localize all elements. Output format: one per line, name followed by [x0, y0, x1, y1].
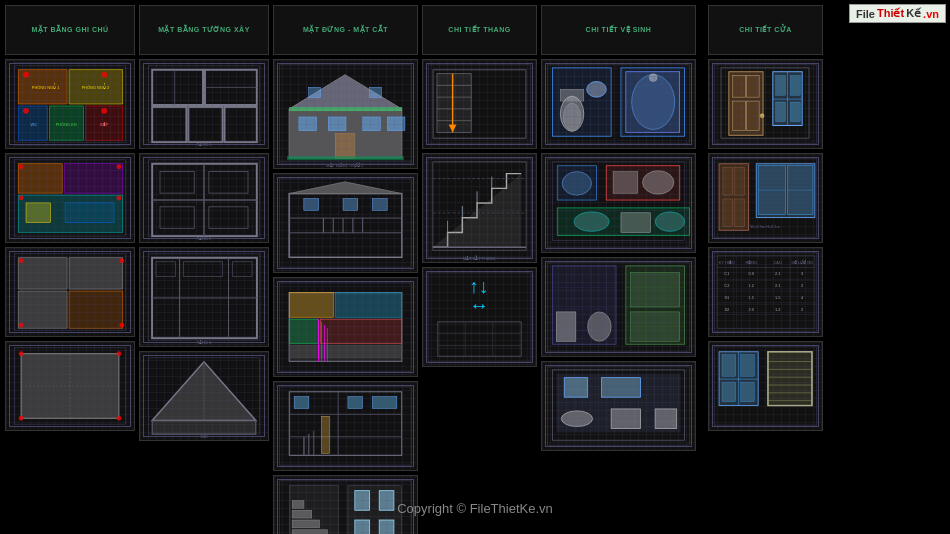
- panel-3-1: MẶT ĐỨNG TRƯỚC: [273, 59, 418, 169]
- panel-1-2: [5, 153, 135, 243]
- panel-6-1: [708, 59, 823, 149]
- column-3: MẶT ĐỨNG - MẶT CẮT: [273, 5, 418, 504]
- logo-text: File: [856, 8, 875, 20]
- panel-1-1: PHÒNG NGỦ 1 PHÒNG NGỦ 2 WC PHÒNG KH BẾP: [5, 59, 135, 149]
- panel-3-3: [273, 277, 418, 377]
- column-5: CHI TIẾT VỆ SINH: [541, 5, 696, 504]
- panel-6-2: W=0.9m H=2.1m: [708, 153, 823, 243]
- title-panel-3: MẶT ĐỨNG - MẶT CẮT: [273, 5, 418, 55]
- panel-5-1: [541, 59, 696, 149]
- col4-title: CHI TIẾT THANG: [446, 24, 512, 36]
- panel-1-4: [5, 341, 135, 431]
- col6-title: CHI TIẾT CỬA: [737, 24, 794, 36]
- panel-2-3: TẦNG 3: [139, 247, 269, 347]
- panel-3-2: [273, 173, 418, 273]
- panel-4-3: ↑↓ ↔: [422, 267, 537, 367]
- panel-2-1: TẦNG 1: [139, 59, 269, 149]
- panel-1-3: [5, 247, 135, 337]
- logo: File Thiết Kế .vn: [849, 4, 946, 23]
- panel-2-4: MÁI: [139, 351, 269, 441]
- logo-vn: .vn: [923, 8, 939, 20]
- title-panel-5: CHI TIẾT VỆ SINH: [541, 5, 696, 55]
- panel-5-3: [541, 257, 696, 357]
- panel-2-2: TẦNG 2: [139, 153, 269, 243]
- column-1: MẶT BẰNG GHI CHÚ PHÒNG NGỦ 1 PHÒNG NGỦ 2: [5, 5, 135, 504]
- logo-ke: Kế: [906, 7, 921, 20]
- title-panel-1: MẶT BẰNG GHI CHÚ: [5, 5, 135, 55]
- col3-title: MẶT ĐỨNG - MẶT CẮT: [301, 24, 390, 36]
- panel-5-2: [541, 153, 696, 253]
- title-panel-4: CHI TIẾT THANG: [422, 5, 537, 55]
- panel-6-3: KÝ HIỆU RỘNG CAO SỐ LƯỢNG C1 0.9 2.1 3 C…: [708, 247, 823, 337]
- copyright-text: Copyright © FileThietKe.vn: [397, 501, 553, 516]
- panel-6-4: [708, 341, 823, 431]
- panel-5-4: [541, 361, 696, 451]
- panel-3-4: [273, 381, 418, 471]
- drawings-container: MẶT BẰNG GHI CHÚ PHÒNG NGỦ 1 PHÒNG NGỦ 2: [5, 5, 945, 504]
- copyright-label: Copyright © FileThietKe.vn: [397, 501, 553, 516]
- col2-title: MẶT BẰNG TƯỜNG XÂY: [156, 24, 252, 36]
- panel-4-2: MẶT CẮT THANG: [422, 153, 537, 263]
- title-panel-2: MẶT BẰNG TƯỜNG XÂY: [139, 5, 269, 55]
- col5-title: CHI TIẾT VỆ SINH: [584, 24, 654, 36]
- logo-brand: Thiết: [877, 7, 904, 20]
- col1-title: MẶT BẰNG GHI CHÚ: [29, 24, 110, 36]
- column-4: CHI TIẾT THANG: [422, 5, 537, 504]
- panel-4-1: [422, 59, 537, 149]
- column-6: CHI TIẾT CỬA: [708, 5, 823, 504]
- title-panel-6: CHI TIẾT CỬA: [708, 5, 823, 55]
- column-2: MẶT BẰNG TƯỜNG XÂY TẦNG 1: [139, 5, 269, 504]
